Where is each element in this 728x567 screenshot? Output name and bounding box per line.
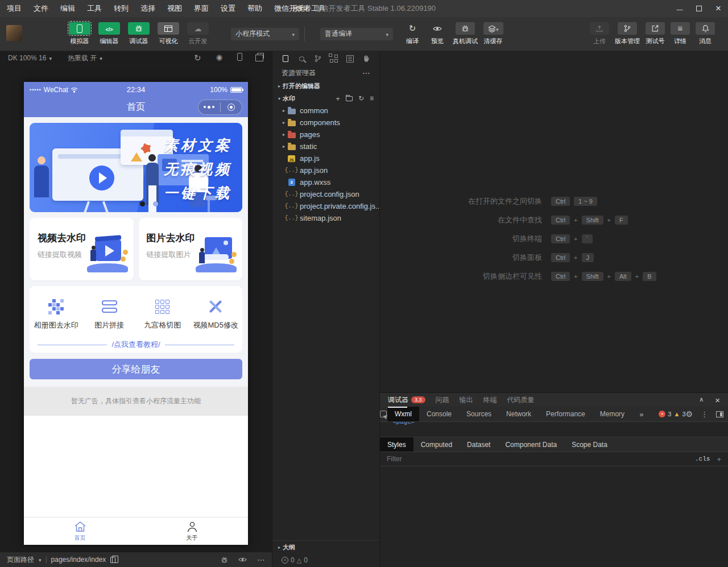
tab-about[interactable]: 关于 — [136, 518, 248, 545]
more-tabs-icon[interactable] — [632, 407, 651, 421]
gear-icon[interactable] — [686, 409, 693, 419]
compile-button[interactable]: 编译 — [403, 22, 422, 45]
menu-help[interactable]: 帮助 — [247, 3, 262, 14]
menu-file[interactable]: 文件 — [34, 3, 48, 14]
video-watermark-card[interactable]: 视频去水印 链接提取视频 — [30, 218, 134, 280]
more-menu-button[interactable] — [198, 106, 220, 109]
console-badges[interactable]: 3 3 — [659, 411, 685, 417]
tab-network[interactable]: Network — [499, 407, 539, 421]
visual-toggle[interactable]: 可视化 — [156, 22, 180, 45]
close-button[interactable] — [709, 0, 728, 17]
video-md5-item[interactable]: 视频MD5修改 — [189, 297, 243, 330]
compile-mode-select[interactable]: 普通编译 — [320, 28, 393, 40]
tab-wxml[interactable]: Wxml — [387, 407, 419, 421]
tab-scope-data[interactable]: Scope Data — [564, 437, 615, 452]
tree-folder-components[interactable]: components — [272, 117, 379, 129]
tab-performance[interactable]: Performance — [539, 407, 593, 421]
editor-toggle[interactable]: 编辑器 — [97, 22, 121, 45]
tab-styles[interactable]: Styles — [380, 437, 413, 452]
refresh-icon[interactable] — [194, 53, 201, 63]
tab-computed[interactable]: Computed — [413, 437, 460, 452]
tab-dataset[interactable]: Dataset — [460, 437, 498, 452]
menu-interface[interactable]: 界面 — [194, 3, 209, 14]
tutorial-link[interactable]: /点我查看教程/ — [38, 340, 234, 350]
menu-project[interactable]: 项目 — [7, 3, 22, 14]
test-account-button[interactable]: 测试号 — [646, 22, 665, 45]
menu-tools[interactable]: 工具 — [87, 3, 102, 14]
clear-cache-button[interactable]: 清缓存 — [483, 22, 503, 45]
record-icon[interactable] — [216, 53, 222, 63]
menu-goto[interactable]: 转到 — [114, 3, 129, 14]
tree-file-appjs[interactable]: app.js — [272, 152, 379, 164]
menu-edit[interactable]: 编辑 — [60, 3, 75, 14]
refresh-icon[interactable] — [358, 94, 364, 102]
avatar[interactable] — [6, 25, 22, 41]
inspect-element-button[interactable] — [380, 407, 387, 421]
image-watermark-card[interactable]: 图片去水印 链接提取图片 — [139, 218, 243, 280]
device-selector[interactable]: DK 100% 16 — [8, 54, 52, 62]
open-editors-section[interactable]: 打开的编辑器 — [272, 80, 379, 92]
tab-component-data[interactable]: Component Data — [498, 437, 564, 452]
tree-file-appjson[interactable]: app.json — [272, 164, 379, 176]
device-debug-button[interactable]: 真机调试 — [453, 22, 478, 45]
tab-debugger[interactable]: 调试器 3,3 — [388, 395, 425, 405]
upload-button[interactable]: 上传 — [590, 22, 609, 45]
mode-select[interactable]: 小程序模式 — [231, 28, 299, 40]
close-icon[interactable] — [715, 395, 720, 405]
banner-carousel[interactable]: 素材文案 无痕视频 一键下载 — [30, 123, 242, 212]
tree-file-appwxss[interactable]: app.wxss — [272, 176, 379, 188]
tab-output[interactable]: 输出 — [460, 395, 473, 405]
dock-side-icon[interactable] — [716, 411, 723, 417]
copy-icon[interactable] — [110, 557, 115, 563]
files-icon[interactable] — [280, 53, 291, 64]
cloud-dev-toggle[interactable]: 云开发 — [186, 22, 210, 45]
tree-file-sitemap[interactable]: sitemap.json — [272, 212, 379, 224]
messages-button[interactable]: 消息 — [696, 22, 715, 45]
collapse-all-icon[interactable] — [370, 94, 374, 102]
extensions-icon[interactable] — [329, 53, 339, 64]
mock-icon[interactable] — [361, 53, 371, 64]
new-folder-icon[interactable] — [346, 96, 353, 101]
menu-view[interactable]: 视图 — [167, 3, 182, 14]
share-button[interactable]: 分享给朋友 — [30, 359, 242, 379]
tab-terminal[interactable]: 终端 — [483, 395, 497, 405]
chevron-up-icon[interactable] — [699, 395, 704, 405]
tree-folder-pages[interactable]: pages — [272, 129, 379, 140]
project-root-section[interactable]: 水印 — [272, 92, 379, 105]
tree-folder-common[interactable]: common — [272, 105, 379, 117]
preview-button[interactable]: 预览 — [428, 22, 447, 45]
menu-devtools[interactable]: 微信开发者工具 — [274, 3, 326, 14]
tree-file-projectconfig[interactable]: project.config.json — [272, 188, 379, 200]
album-watermark-item[interactable]: 相册图去水印 — [30, 297, 83, 330]
multi-window-icon[interactable] — [257, 53, 264, 59]
tab-code-quality[interactable]: 代码质量 — [507, 395, 535, 405]
search-icon[interactable] — [296, 53, 307, 64]
tree-folder-static[interactable]: static — [272, 140, 379, 152]
git-branch-icon[interactable] — [313, 53, 323, 64]
package-icon[interactable] — [345, 53, 355, 64]
details-button[interactable]: 详情 — [671, 22, 690, 45]
tree-file-privateconfig[interactable]: project.private.config.js... — [272, 200, 379, 212]
nine-grid-item[interactable]: 九宫格切图 — [136, 297, 189, 330]
kebab-menu-icon[interactable] — [701, 410, 708, 419]
maximize-button[interactable] — [689, 0, 709, 17]
problems-summary[interactable]: 0 0 — [272, 553, 379, 567]
filter-input[interactable] — [387, 455, 695, 463]
menu-select[interactable]: 选择 — [140, 3, 155, 14]
menu-settings[interactable]: 设置 — [221, 3, 235, 14]
phone-icon[interactable] — [237, 53, 242, 61]
page-path-label[interactable]: 页面路径 — [7, 555, 34, 565]
debugger-toggle[interactable]: 调试器 — [127, 22, 151, 45]
image-splice-item[interactable]: 图片拼接 — [83, 297, 136, 330]
wxml-tree-area[interactable]: <page> — [380, 422, 728, 437]
tab-sources[interactable]: Sources — [459, 407, 499, 421]
tab-memory[interactable]: Memory — [593, 407, 632, 421]
cls-toggle[interactable]: .cls — [695, 456, 710, 462]
tab-problems[interactable]: 问题 — [436, 395, 449, 405]
bug-icon[interactable] — [221, 556, 228, 564]
more-icon[interactable] — [257, 555, 265, 564]
tab-home[interactable]: 首页 — [24, 518, 136, 545]
more-icon[interactable] — [362, 68, 370, 77]
simulator-toggle[interactable]: 模拟器 — [68, 22, 92, 45]
hot-reload-selector[interactable]: 热重载 开 — [68, 53, 102, 63]
